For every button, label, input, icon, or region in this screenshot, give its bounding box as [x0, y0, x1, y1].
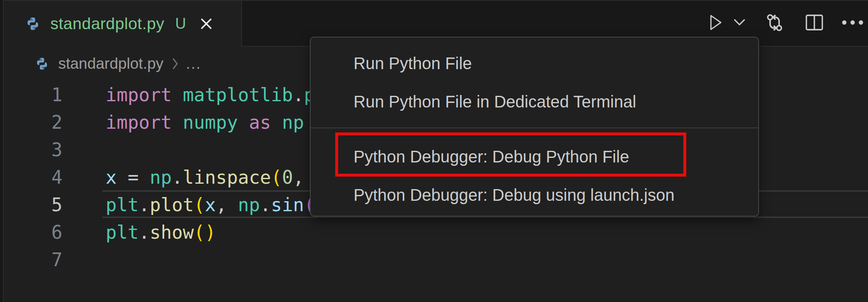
line-number[interactable]: 5	[0, 191, 62, 219]
split-editor-icon[interactable]	[804, 13, 825, 32]
code-line-6[interactable]: 6plt.show()	[0, 219, 868, 246]
run-dropdown-chevron-icon[interactable]	[733, 18, 746, 27]
line-number[interactable]: 3	[0, 136, 62, 164]
menu-item-python-debugger-debug-using-launch-json[interactable]: Python Debugger: Debug using launch.json	[311, 176, 758, 214]
code-text: import matplotlib.p	[62, 84, 315, 105]
run-python-file-icon[interactable]	[707, 13, 723, 32]
line-number[interactable]: 4	[0, 164, 62, 191]
code-text	[62, 139, 106, 160]
line-number[interactable]: 6	[0, 219, 62, 246]
line-number[interactable]: 2	[0, 109, 62, 136]
vscode-editor-window: standardplot.py U	[0, 0, 868, 302]
line-number[interactable]: 1	[0, 81, 62, 109]
menu-item-run-python-file-in-dedicated-terminal[interactable]: Run Python File in Dedicated Terminal	[311, 82, 758, 121]
menu-item-run-python-file[interactable]: Run Python File	[311, 44, 758, 82]
code-text: import numpy as np	[62, 112, 304, 133]
code-line-7[interactable]: 7	[0, 246, 868, 274]
code-text: plt.show()	[62, 222, 216, 243]
menu-item-python-debugger-debug-python-file[interactable]: Python Debugger: Debug Python File	[311, 137, 758, 176]
code-text: x = np.linspace(0,	[62, 167, 304, 188]
code-text	[62, 249, 106, 270]
open-changes-icon[interactable]	[764, 11, 785, 34]
menu-divider	[311, 127, 758, 128]
line-number[interactable]: 7	[0, 246, 62, 274]
run-options-dropdown-menu: Run Python FileRun Python File in Dedica…	[310, 37, 759, 217]
more-actions-icon[interactable]	[841, 20, 864, 25]
code-text: plt.plot(x, np.sin(	[62, 194, 315, 215]
